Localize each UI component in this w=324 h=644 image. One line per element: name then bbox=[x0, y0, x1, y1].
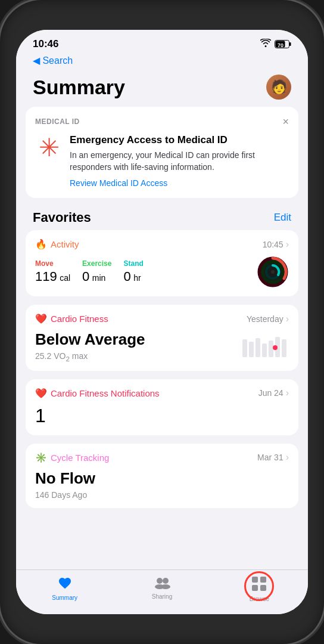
sharing-tab-label: Sharing bbox=[152, 593, 172, 600]
svg-rect-14 bbox=[269, 340, 273, 357]
cardio-notif-title-row: ❤️ Cardio Fitness Notifications bbox=[35, 388, 160, 399]
avatar[interactable]: 🧑 bbox=[266, 75, 291, 100]
cardio-notif-meta: Jun 24 › bbox=[258, 388, 289, 398]
medical-id-body: In an emergency, your Medical ID can pro… bbox=[70, 150, 289, 173]
svg-point-18 bbox=[157, 578, 163, 584]
status-time: 10:46 bbox=[33, 38, 58, 50]
svg-rect-16 bbox=[282, 339, 286, 357]
activity-content: Move 119 cal Exercise 0 min bbox=[35, 256, 289, 288]
medical-id-label: MEDICAL ID bbox=[35, 117, 80, 126]
svg-point-19 bbox=[163, 578, 169, 584]
cycle-tracking-header: ✳️ Cycle Tracking Mar 31 › bbox=[35, 452, 289, 463]
no-flow-label: No Flow bbox=[35, 469, 289, 488]
scroll-spacer bbox=[16, 516, 308, 528]
medical-id-close-button[interactable]: × bbox=[282, 116, 289, 127]
move-value-row: 119 cal bbox=[35, 269, 70, 284]
vo2-detail: 25.2 VO2 max bbox=[35, 351, 145, 363]
page-header: Summary 🧑 bbox=[16, 70, 308, 107]
back-link[interactable]: ◀ Search bbox=[33, 55, 291, 66]
activity-title-row: 🔥 Activity bbox=[35, 239, 79, 250]
cardio-fitness-content: Below Average 25.2 VO2 max bbox=[35, 330, 289, 363]
exercise-value: 0 bbox=[82, 269, 89, 284]
cardio-fitness-meta: Yesterday › bbox=[247, 314, 289, 324]
nav-back[interactable]: ◀ Search bbox=[16, 54, 308, 70]
cycle-tracking-card[interactable]: ✳️ Cycle Tracking Mar 31 › No Flow 146 D… bbox=[26, 444, 298, 508]
activity-card[interactable]: 🔥 Activity 10:45 › Move 119 bbox=[26, 230, 298, 296]
svg-rect-13 bbox=[262, 343, 267, 357]
below-average-label: Below Average bbox=[35, 330, 145, 349]
heart-icon: ❤️ bbox=[35, 313, 47, 324]
cardio-notif-date: Jun 24 bbox=[258, 388, 284, 398]
cardio-notif-value: 1 bbox=[35, 405, 289, 427]
stand-label: Stand bbox=[123, 259, 143, 268]
svg-point-21 bbox=[161, 584, 170, 589]
summary-tab-icon bbox=[58, 576, 72, 593]
cardio-notif-header: ❤️ Cardio Fitness Notifications Jun 24 › bbox=[35, 388, 289, 399]
page-title: Summary bbox=[33, 76, 125, 99]
cardio-notifications-card[interactable]: ❤️ Cardio Fitness Notifications Jun 24 ›… bbox=[26, 379, 298, 435]
battery-icon: 70 bbox=[275, 40, 291, 48]
cycle-tracking-date: Mar 31 bbox=[257, 453, 284, 462]
exercise-stat: Exercise 0 min bbox=[82, 259, 111, 284]
move-stat: Move 119 cal bbox=[35, 259, 70, 284]
svg-rect-10 bbox=[242, 339, 247, 357]
exercise-label: Exercise bbox=[82, 259, 111, 268]
svg-text:✳: ✳ bbox=[39, 135, 60, 160]
activity-chevron: › bbox=[286, 239, 289, 250]
browse-highlight-ring bbox=[244, 571, 274, 601]
medical-id-content: ✳ Emergency Access to Medical ID In an e… bbox=[35, 134, 289, 188]
status-bar: 10:46 70 bbox=[16, 30, 308, 54]
stand-unit: hr bbox=[133, 273, 141, 283]
phone-frame: 10:46 70 bbox=[0, 0, 324, 644]
exercise-value-row: 0 min bbox=[82, 269, 111, 284]
cardio-fitness-title: Cardio Fitness bbox=[51, 314, 108, 324]
svg-point-17 bbox=[273, 345, 278, 350]
medical-id-title: Emergency Access to Medical ID bbox=[70, 134, 289, 146]
activity-meta: 10:45 › bbox=[263, 239, 289, 250]
move-value: 119 bbox=[35, 269, 57, 284]
phone-screen: 10:46 70 bbox=[16, 30, 308, 614]
cardio-fitness-date: Yesterday bbox=[247, 314, 284, 324]
activity-title: Activity bbox=[51, 239, 79, 249]
medical-id-text: Emergency Access to Medical ID In an eme… bbox=[70, 134, 289, 188]
activity-card-header: 🔥 Activity 10:45 › bbox=[35, 239, 289, 250]
sharing-tab-icon bbox=[154, 576, 170, 592]
cardio-fitness-chevron: › bbox=[286, 314, 289, 324]
cycle-tracking-title-row: ✳️ Cycle Tracking bbox=[35, 452, 109, 463]
stand-value-row: 0 hr bbox=[123, 269, 143, 284]
activity-time: 10:45 bbox=[263, 240, 284, 249]
move-unit: cal bbox=[60, 273, 70, 283]
tab-sharing[interactable]: Sharing bbox=[138, 576, 186, 600]
exercise-unit: min bbox=[92, 273, 106, 283]
tab-bar: Summary Sharing bbox=[16, 569, 308, 614]
cardio-fitness-header: ❤️ Cardio Fitness Yesterday › bbox=[35, 313, 289, 324]
favorites-section-header: Favorites Edit bbox=[16, 206, 308, 230]
favorites-title: Favorites bbox=[33, 210, 91, 225]
cardio-fitness-card[interactable]: ❤️ Cardio Fitness Yesterday › Below Aver… bbox=[26, 305, 298, 371]
stand-stat: Stand 0 hr bbox=[123, 259, 143, 284]
tab-summary[interactable]: Summary bbox=[41, 576, 89, 601]
stand-value: 0 bbox=[123, 269, 130, 284]
medical-id-card: MEDICAL ID × ✳ Emergency Access to Medic… bbox=[26, 107, 298, 198]
cycle-tracking-title: Cycle Tracking bbox=[51, 453, 109, 463]
asterisk-icon: ✳ bbox=[35, 134, 61, 160]
tab-browse[interactable]: Browse bbox=[235, 576, 283, 602]
svg-text:70: 70 bbox=[278, 42, 284, 48]
favorites-edit-button[interactable]: Edit bbox=[274, 212, 291, 224]
svg-rect-11 bbox=[249, 342, 254, 357]
flame-icon: 🔥 bbox=[35, 239, 47, 250]
svg-point-9 bbox=[271, 270, 275, 274]
svg-rect-12 bbox=[256, 338, 260, 357]
heart-icon-2: ❤️ bbox=[35, 388, 47, 399]
summary-tab-label: Summary bbox=[52, 595, 77, 601]
medical-id-header-row: MEDICAL ID × bbox=[35, 116, 289, 127]
scroll-area[interactable]: Summary 🧑 MEDICAL ID × ✳ Emergency Ac bbox=[16, 70, 308, 569]
activity-stats: Move 119 cal Exercise 0 min bbox=[35, 259, 257, 284]
cardio-fitness-chart bbox=[241, 335, 289, 358]
cardio-notif-title: Cardio Fitness Notifications bbox=[51, 388, 160, 398]
medical-id-link[interactable]: Review Medical ID Access bbox=[70, 178, 167, 188]
activity-ring bbox=[257, 256, 289, 288]
cycle-tracking-meta: Mar 31 › bbox=[257, 452, 289, 463]
wifi-icon bbox=[260, 39, 271, 49]
cardio-fitness-title-row: ❤️ Cardio Fitness bbox=[35, 313, 108, 324]
